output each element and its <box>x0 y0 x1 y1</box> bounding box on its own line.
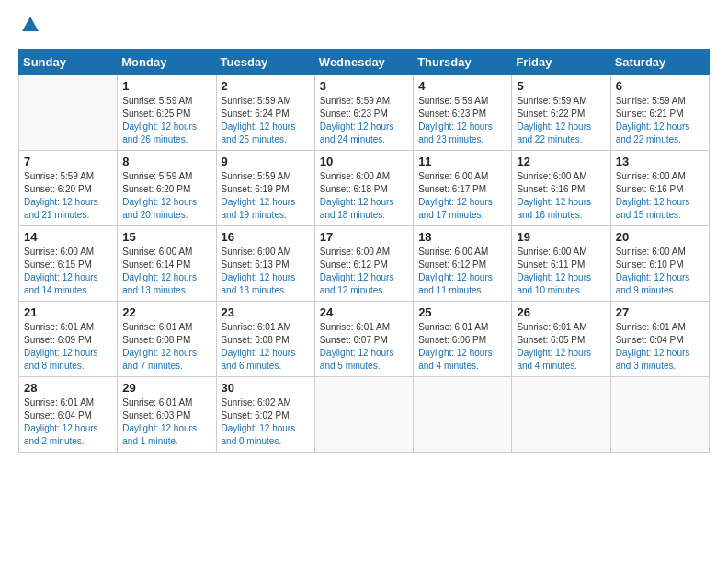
calendar-cell: 1Sunrise: 5:59 AMSunset: 6:25 PMDaylight… <box>118 75 216 151</box>
calendar-cell <box>414 377 512 453</box>
day-number: 19 <box>517 230 605 244</box>
sunrise: Sunrise: 6:01 AM <box>122 397 192 408</box>
sunset: Sunset: 6:05 PM <box>517 335 585 345</box>
daylight: Daylight: 12 hours and 5 minutes. <box>320 348 394 371</box>
day-number: 7 <box>24 155 112 168</box>
sunrise: Sunrise: 5:59 AM <box>24 171 94 181</box>
weekday-header-wednesday: Wednesday <box>314 50 413 75</box>
sunset: Sunset: 6:25 PM <box>122 109 190 119</box>
day-number: 12 <box>517 155 605 168</box>
calendar-cell: 29Sunrise: 6:01 AMSunset: 6:03 PMDayligh… <box>118 377 216 453</box>
calendar-cell: 18Sunrise: 6:00 AMSunset: 6:12 PMDayligh… <box>414 226 512 302</box>
sunrise: Sunrise: 6:01 AM <box>24 397 94 408</box>
sunset: Sunset: 6:23 PM <box>320 109 388 119</box>
day-number: 13 <box>616 155 704 168</box>
logo-icon <box>20 15 40 35</box>
day-number: 26 <box>517 305 605 319</box>
sunrise: Sunrise: 6:01 AM <box>122 322 192 332</box>
cell-info: Sunrise: 5:59 AMSunset: 6:19 PMDaylight:… <box>222 170 310 222</box>
daylight: Daylight: 12 hours and 10 minutes. <box>517 272 591 295</box>
calendar-cell: 6Sunrise: 5:59 AMSunset: 6:21 PMDaylight… <box>610 75 709 151</box>
calendar-cell: 7Sunrise: 5:59 AMSunset: 6:20 PMDaylight… <box>19 151 118 226</box>
calendar-week-1: 1Sunrise: 5:59 AMSunset: 6:25 PMDaylight… <box>19 75 710 151</box>
day-number: 21 <box>24 305 112 319</box>
daylight: Daylight: 12 hours and 12 minutes. <box>320 272 394 295</box>
cell-info: Sunrise: 5:59 AMSunset: 6:20 PMDaylight:… <box>122 170 210 222</box>
sunset: Sunset: 6:11 PM <box>517 259 585 270</box>
sunrise: Sunrise: 6:00 AM <box>222 247 291 257</box>
daylight: Daylight: 12 hours and 17 minutes. <box>418 197 493 220</box>
calendar-cell: 10Sunrise: 6:00 AMSunset: 6:18 PMDayligh… <box>314 151 413 226</box>
day-number: 9 <box>222 155 310 168</box>
calendar-week-3: 14Sunrise: 6:00 AMSunset: 6:15 PMDayligh… <box>19 226 710 302</box>
calendar-cell: 11Sunrise: 6:00 AMSunset: 6:17 PMDayligh… <box>414 151 512 226</box>
day-number: 27 <box>616 305 704 319</box>
calendar-cell: 21Sunrise: 6:01 AMSunset: 6:09 PMDayligh… <box>19 302 118 377</box>
calendar-table: SundayMondayTuesdayWednesdayThursdayFrid… <box>18 49 710 453</box>
day-number: 29 <box>122 381 210 395</box>
cell-info: Sunrise: 6:01 AMSunset: 6:08 PMDaylight:… <box>122 321 210 373</box>
day-number: 15 <box>122 230 210 244</box>
day-number: 18 <box>418 230 506 244</box>
sunset: Sunset: 6:15 PM <box>24 259 92 270</box>
daylight: Daylight: 12 hours and 3 minutes. <box>616 348 690 371</box>
weekday-header-thursday: Thursday <box>414 50 512 75</box>
day-number: 6 <box>616 79 704 93</box>
calendar-cell <box>19 75 118 151</box>
calendar-week-4: 21Sunrise: 6:01 AMSunset: 6:09 PMDayligh… <box>19 302 710 377</box>
weekday-header-row: SundayMondayTuesdayWednesdayThursdayFrid… <box>19 50 710 75</box>
sunset: Sunset: 6:08 PM <box>222 335 290 345</box>
sunrise: Sunrise: 5:59 AM <box>122 96 192 106</box>
calendar-cell: 28Sunrise: 6:01 AMSunset: 6:04 PMDayligh… <box>19 377 118 453</box>
weekday-header-monday: Monday <box>118 50 216 75</box>
weekday-header-tuesday: Tuesday <box>216 50 314 75</box>
sunset: Sunset: 6:08 PM <box>122 335 190 345</box>
day-number: 11 <box>418 155 506 168</box>
weekday-header-saturday: Saturday <box>610 50 709 75</box>
cell-info: Sunrise: 5:59 AMSunset: 6:23 PMDaylight:… <box>320 95 408 146</box>
calendar-cell: 15Sunrise: 6:00 AMSunset: 6:14 PMDayligh… <box>118 226 216 302</box>
daylight: Daylight: 12 hours and 2 minutes. <box>24 423 98 446</box>
sunrise: Sunrise: 5:59 AM <box>616 96 686 106</box>
sunset: Sunset: 6:09 PM <box>24 335 92 345</box>
sunrise: Sunrise: 6:00 AM <box>418 247 488 257</box>
calendar-cell: 25Sunrise: 6:01 AMSunset: 6:06 PMDayligh… <box>414 302 512 377</box>
sunset: Sunset: 6:22 PM <box>517 109 585 119</box>
sunset: Sunset: 6:21 PM <box>616 109 684 119</box>
calendar-cell: 23Sunrise: 6:01 AMSunset: 6:08 PMDayligh… <box>216 302 314 377</box>
sunset: Sunset: 6:23 PM <box>418 109 486 119</box>
calendar-cell: 5Sunrise: 5:59 AMSunset: 6:22 PMDaylight… <box>512 75 610 151</box>
calendar-cell: 9Sunrise: 5:59 AMSunset: 6:19 PMDaylight… <box>216 151 314 226</box>
daylight: Daylight: 12 hours and 6 minutes. <box>222 348 296 371</box>
calendar-cell: 26Sunrise: 6:01 AMSunset: 6:05 PMDayligh… <box>512 302 610 377</box>
sunrise: Sunrise: 6:01 AM <box>222 322 291 332</box>
sunrise: Sunrise: 6:00 AM <box>616 171 686 181</box>
sunset: Sunset: 6:04 PM <box>24 410 92 420</box>
sunrise: Sunrise: 5:59 AM <box>320 96 390 106</box>
day-number: 10 <box>320 155 408 168</box>
sunset: Sunset: 6:07 PM <box>320 335 388 345</box>
cell-info: Sunrise: 5:59 AMSunset: 6:25 PMDaylight:… <box>122 95 210 146</box>
daylight: Daylight: 12 hours and 22 minutes. <box>616 121 690 144</box>
sunset: Sunset: 6:04 PM <box>616 335 684 345</box>
daylight: Daylight: 12 hours and 15 minutes. <box>616 197 690 220</box>
day-number: 17 <box>320 230 408 244</box>
day-number: 28 <box>24 381 112 395</box>
cell-info: Sunrise: 6:00 AMSunset: 6:15 PMDaylight:… <box>24 246 112 297</box>
day-number: 20 <box>616 230 704 244</box>
sunset: Sunset: 6:10 PM <box>616 259 684 270</box>
day-number: 1 <box>122 79 210 93</box>
sunset: Sunset: 6:14 PM <box>122 259 190 270</box>
svg-marker-0 <box>22 17 39 31</box>
day-number: 14 <box>24 230 112 244</box>
page-header <box>18 15 710 40</box>
day-number: 30 <box>222 381 310 395</box>
calendar-cell: 8Sunrise: 5:59 AMSunset: 6:20 PMDaylight… <box>118 151 216 226</box>
sunrise: Sunrise: 5:59 AM <box>418 96 488 106</box>
daylight: Daylight: 12 hours and 24 minutes. <box>320 121 394 144</box>
daylight: Daylight: 12 hours and 13 minutes. <box>222 272 296 295</box>
cell-info: Sunrise: 6:00 AMSunset: 6:11 PMDaylight:… <box>517 246 605 297</box>
daylight: Daylight: 12 hours and 4 minutes. <box>418 348 493 371</box>
sunrise: Sunrise: 6:00 AM <box>320 247 390 257</box>
daylight: Daylight: 12 hours and 20 minutes. <box>122 197 197 220</box>
